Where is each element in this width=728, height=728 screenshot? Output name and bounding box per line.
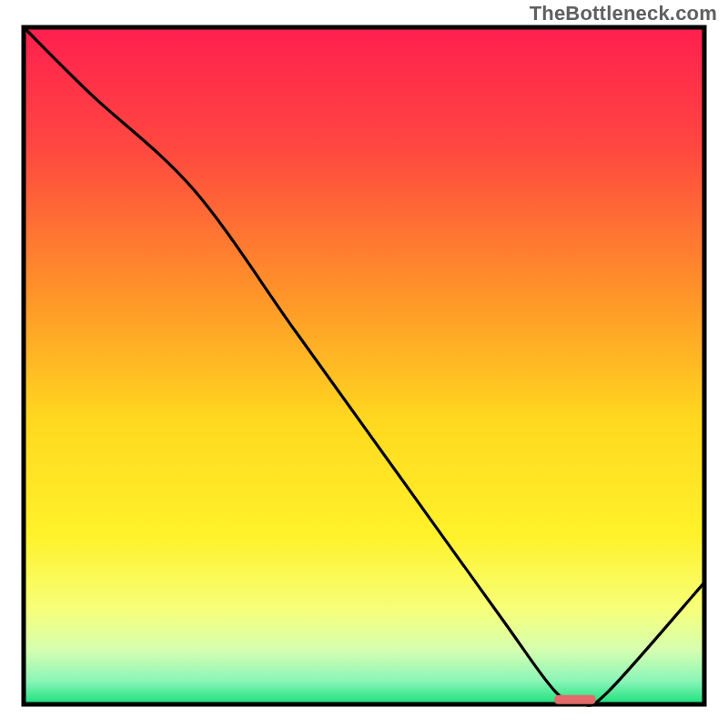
gradient-background xyxy=(24,27,704,704)
chart-frame: TheBottleneck.com xyxy=(0,0,728,728)
watermark-text: TheBottleneck.com xyxy=(530,2,717,25)
bottleneck-chart xyxy=(0,0,728,728)
optimal-marker xyxy=(554,695,595,704)
